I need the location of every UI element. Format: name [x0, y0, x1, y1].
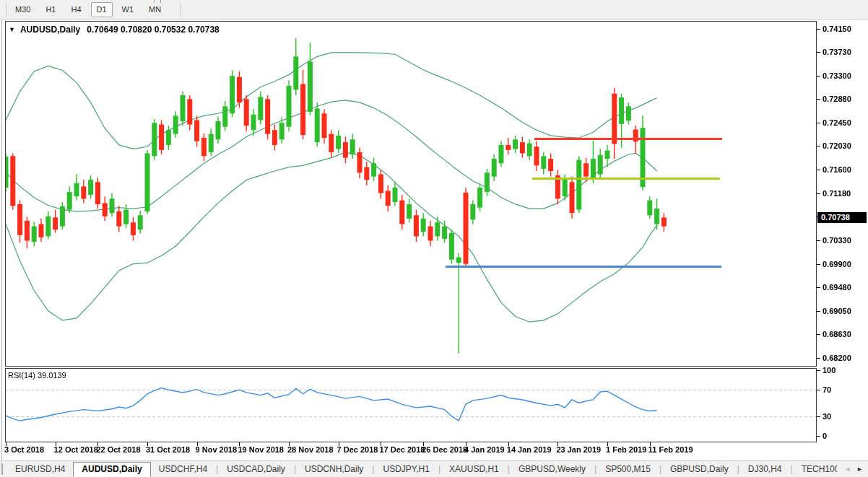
tab-usdcnh-daily[interactable]: USDCNH,Daily: [297, 462, 371, 476]
price-axis-label: 0.69050: [823, 306, 851, 316]
price-axis-label: 0.68630: [823, 329, 851, 339]
rsi-axis-label: 100: [823, 365, 836, 375]
time-axis-label: 9 Nov 2018: [196, 445, 237, 454]
rsi-indicator-label: RSI(14) 39.0139: [8, 371, 66, 380]
rsi-axis-label: 30: [823, 411, 831, 421]
symbol-dropdown-icon: ▼: [9, 26, 15, 33]
time-axis-label: 31 Oct 2018: [146, 445, 190, 454]
price-axis-label: 0.68200: [823, 353, 851, 363]
tab-audusd-daily[interactable]: AUDUSD,Daily: [73, 462, 150, 477]
tab-usdjpy-h1[interactable]: USDJPY,H1: [375, 462, 437, 476]
rsi-axis-label: 70: [823, 385, 831, 395]
price-axis-label: 0.73300: [823, 71, 851, 81]
price-axis-label: 0.70330: [823, 235, 851, 245]
tab-scroll-left-icon[interactable]: ◄: [841, 465, 854, 473]
time-axis-label: 14 Jan 2019: [507, 445, 552, 454]
tab-scroll-buttons: ◄ ►: [837, 461, 866, 477]
tab-gbpusd-weekly[interactable]: GBPUSD,Weekly: [511, 462, 594, 476]
tab-sp500-m15[interactable]: SP500,M15: [597, 462, 659, 476]
tab-usdchf-h4[interactable]: USDCHF,H4: [151, 462, 215, 476]
tab-xauusd-h1[interactable]: XAUUSD,H1: [441, 462, 507, 476]
price-axis-label: 0.69480: [823, 282, 851, 292]
time-axis-label: 28 Nov 2018: [287, 445, 334, 454]
tab-eurusd-h4[interactable]: EURUSD,H4: [7, 462, 73, 476]
price-chart-canvas[interactable]: [0, 0, 868, 477]
time-axis-label: 17 Dec 2018: [379, 445, 425, 454]
time-axis-label: 12 Oct 2018: [54, 445, 98, 454]
time-axis-label: 26 Dec 2018: [422, 445, 467, 454]
time-axis-label: 23 Jan 2019: [556, 445, 601, 454]
tab-gbpusd-daily[interactable]: GBPUSD,Daily: [662, 462, 737, 476]
price-axis-label: 0.72030: [823, 141, 851, 151]
chart-title-symbol: AUDUSD,Daily: [20, 25, 80, 35]
time-axis-label: 3 Oct 2018: [4, 445, 44, 454]
rsi-axis-label: 0: [823, 431, 827, 441]
tab-items: EURUSD,H4AUDUSD,DailyUSDCHF,H4|USDCAD,Da…: [7, 462, 868, 477]
time-axis-label: 4 Jan 2019: [464, 445, 505, 454]
chart-title-ohlc: 0.70649 0.70820 0.70532 0.70738: [87, 25, 220, 35]
price-axis-label: 0.72450: [823, 118, 851, 128]
tab-dj30-h4[interactable]: DJ30,H4: [740, 462, 790, 476]
symbol-tab-bar: EURUSD,H4AUDUSD,DailyUSDCHF,H4|USDCAD,Da…: [0, 460, 868, 477]
tab-usdcad-daily[interactable]: USDCAD,Daily: [219, 462, 293, 476]
chart-title: ▼AUDUSD,Daily0.70649 0.70820 0.70532 0.7…: [9, 25, 220, 35]
time-axis-label: 7 Dec 2018: [337, 445, 378, 454]
price-axis-label: 0.72880: [823, 94, 851, 104]
price-axis-label: 0.74150: [823, 24, 851, 34]
tab-bar-grip[interactable]: [1, 463, 3, 475]
time-axis-label: 19 Nov 2018: [238, 445, 284, 454]
time-axis-label: 22 Oct 2018: [96, 445, 140, 454]
price-axis-label: 0.71600: [823, 165, 851, 175]
price-axis-label: 0.73730: [823, 47, 851, 57]
price-axis-label: 0.69900: [823, 259, 851, 269]
tab-scroll-right-icon[interactable]: ►: [854, 465, 866, 473]
price-axis-label: 0.71180: [823, 188, 851, 198]
current-price-tag: 0.70738: [817, 212, 867, 223]
time-axis-label: 1 Feb 2019: [606, 445, 646, 454]
time-axis-label: 11 Feb 2019: [648, 445, 693, 454]
